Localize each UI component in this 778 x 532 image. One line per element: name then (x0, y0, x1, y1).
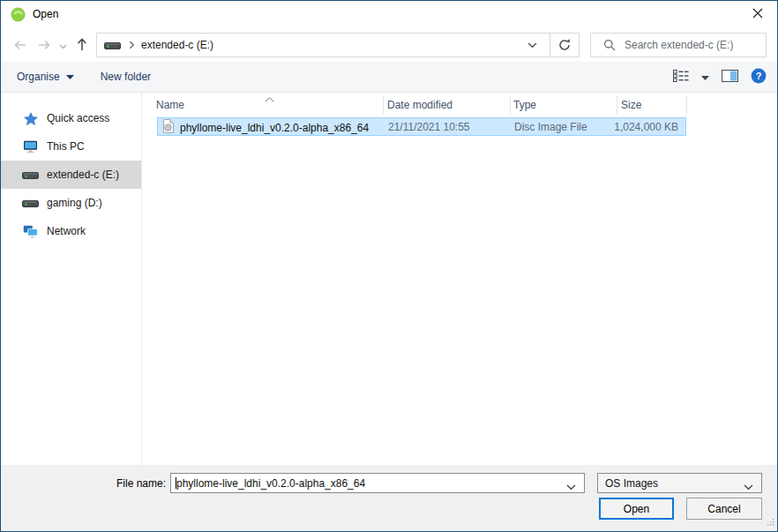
refresh-button[interactable] (550, 34, 579, 56)
navigation-bar: extended-c (E:) Search ex (1, 28, 777, 62)
file-row[interactable]: phyllome-live_ldhi_v0.2.0-alpha_x86_64 2… (157, 117, 686, 136)
app-icon (11, 7, 26, 22)
column-separator[interactable] (510, 95, 511, 115)
close-button[interactable] (737, 1, 777, 28)
breadcrumb[interactable]: extended-c (E:) (141, 39, 213, 51)
drive-icon (22, 169, 39, 180)
resize-grip[interactable] (766, 517, 775, 529)
title-bar: Open (1, 1, 777, 28)
preview-pane-icon[interactable] (722, 70, 738, 85)
main-area: Quick access This PC (1, 93, 777, 465)
window-title: Open (33, 8, 58, 20)
search-input[interactable]: Search extended-c (E:) (590, 33, 767, 57)
up-arrow-icon (75, 37, 89, 55)
sidebar-item-label: Network (47, 225, 86, 237)
file-name-text: phyllome-live_ldhi_v0.2.0-alpha_x86_64 (180, 122, 369, 134)
back-arrow-icon (12, 38, 27, 55)
help-button[interactable]: ? (751, 68, 767, 86)
file-type-cell: Disc Image File (514, 121, 587, 133)
open-button-label: Open (624, 503, 649, 515)
address-bar[interactable]: extended-c (E:) (96, 33, 580, 57)
details-view-icon[interactable] (673, 70, 689, 85)
recent-locations-button[interactable] (56, 38, 70, 54)
column-header-type[interactable]: Type (513, 99, 536, 111)
new-folder-label: New folder (101, 71, 151, 83)
file-date-cell: 21/11/2021 10:55 (388, 121, 470, 133)
sidebar-item-label: gaming (D:) (47, 197, 102, 209)
sidebar-item-label: Quick access (47, 112, 109, 124)
sidebar-item-label: This PC (47, 140, 85, 153)
file-name-cell: phyllome-live_ldhi_v0.2.0-alpha_x86_64 (162, 119, 369, 136)
file-list: Name Date modified Type Size (143, 93, 777, 465)
command-bar: Organise New folder (1, 62, 777, 93)
monitor-icon (22, 140, 39, 154)
chevron-down-icon (744, 481, 753, 493)
breadcrumb-chevron-icon (129, 41, 135, 49)
back-button[interactable] (9, 38, 30, 54)
cancel-button[interactable]: Cancel (686, 498, 762, 520)
close-icon (752, 8, 763, 21)
address-dropdown-button[interactable] (514, 34, 550, 56)
help-icon: ? (751, 68, 767, 84)
file-type-select[interactable]: OS Images (597, 473, 762, 493)
refresh-icon (557, 38, 572, 52)
sidebar-item-network[interactable]: Network (1, 217, 141, 245)
column-separator[interactable] (686, 95, 687, 115)
search-placeholder: Search extended-c (E:) (625, 39, 733, 51)
column-headers: Name Date modified Type Size (143, 93, 777, 116)
open-dialog: Open (0, 0, 778, 532)
organise-button[interactable]: Organise (17, 71, 74, 83)
column-header-size[interactable]: Size (621, 99, 641, 111)
sidebar-item-this-pc[interactable]: This PC (1, 132, 141, 161)
cancel-button-label: Cancel (707, 503, 740, 515)
chevron-down-icon (566, 484, 576, 491)
forward-button[interactable] (34, 38, 55, 54)
column-header-name[interactable]: Name (156, 99, 184, 111)
drive-icon (104, 40, 121, 50)
svg-text:?: ? (756, 71, 762, 81)
file-name-input-wrap (170, 473, 585, 493)
column-separator[interactable] (617, 95, 617, 115)
sidebar-item-label: extended-c (E:) (47, 169, 119, 181)
network-icon (22, 225, 39, 238)
organise-label: Organise (17, 71, 60, 83)
chevron-down-icon (527, 42, 537, 49)
chevron-down-icon (701, 76, 709, 80)
forward-arrow-icon (37, 38, 52, 55)
file-size-cell: 1,024,000 KB (614, 121, 678, 133)
chevron-down-icon (66, 75, 74, 79)
view-dropdown-button[interactable] (701, 71, 709, 83)
up-button[interactable] (71, 38, 93, 54)
footer-bar: File name: OS Images Open Cancel (1, 465, 777, 531)
open-button[interactable]: Open (599, 498, 674, 520)
file-name-dropdown-button[interactable] (566, 481, 576, 493)
sidebar-item-gaming[interactable]: gaming (D:) (1, 189, 141, 217)
column-header-date-modified[interactable]: Date modified (387, 99, 453, 111)
file-name-label: File name: (80, 477, 166, 490)
star-icon (22, 112, 39, 125)
column-separator[interactable] (383, 95, 384, 115)
sidebar-item-extended-c[interactable]: extended-c (E:) (1, 161, 141, 189)
file-name-input[interactable] (176, 474, 556, 492)
sidebar-item-quick-access[interactable]: Quick access (1, 104, 141, 132)
file-type-selected: OS Images (605, 477, 658, 490)
new-folder-button[interactable]: New folder (101, 71, 151, 83)
drive-icon (22, 198, 39, 208)
disc-image-file-icon (162, 119, 174, 136)
sort-ascending-icon (265, 93, 274, 105)
search-icon (603, 39, 616, 51)
navigation-pane: Quick access This PC (1, 93, 142, 465)
chevron-down-icon (59, 40, 67, 52)
